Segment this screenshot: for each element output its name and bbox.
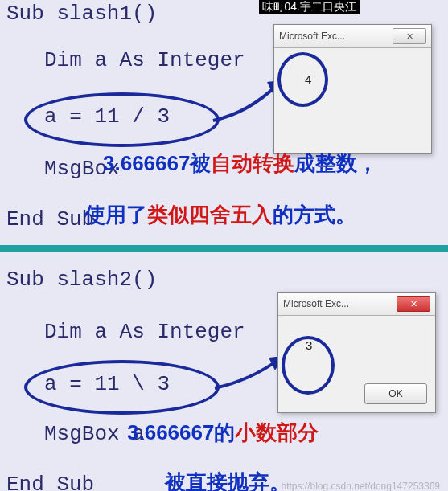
close-icon: ✕ bbox=[410, 299, 417, 309]
anno-text: 3.666667被 bbox=[103, 151, 211, 175]
dialog-titlebar: Microsoft Exc... ✕ bbox=[274, 25, 431, 48]
code-line-dim: Dim a As Integer bbox=[44, 48, 245, 72]
anno-text: 自动转换 bbox=[211, 151, 294, 175]
highlight-ellipse-expression bbox=[24, 360, 220, 415]
anno-text: 的方式。 bbox=[273, 203, 356, 227]
annotation-line2: 使用了类似四舍五入的方式。 bbox=[84, 201, 356, 229]
panel-slash2: Sub slash2() Dim a As Integer a = 11 \ 3… bbox=[0, 245, 448, 491]
close-button[interactable]: ✕ bbox=[397, 296, 430, 312]
anno-text: 成整数， bbox=[294, 151, 378, 175]
highlight-ellipse-expression bbox=[24, 92, 220, 147]
code-line-sub: Sub slash2() bbox=[6, 268, 157, 292]
ok-button-label: OK bbox=[388, 388, 402, 399]
close-button[interactable]: ✕ bbox=[393, 28, 426, 44]
close-icon: ✕ bbox=[406, 31, 413, 42]
code-line-dim: Dim a As Integer bbox=[44, 320, 245, 344]
anno-text: 小数部分 bbox=[235, 420, 319, 444]
ok-button[interactable]: OK bbox=[364, 383, 427, 404]
code-line-endsub: End Sub bbox=[6, 473, 94, 491]
anno-text: 使用了 bbox=[84, 203, 147, 227]
dialog-title: Microsoft Exc... bbox=[283, 298, 349, 309]
annotation-line1: 3.666667的小数部分 bbox=[127, 419, 319, 447]
dialog-titlebar: Microsoft Exc... ✕ bbox=[278, 293, 435, 316]
code-line-sub: Sub slash1() bbox=[6, 2, 157, 26]
anno-text: 类似四舍五入 bbox=[147, 203, 273, 227]
anno-text: 被直接抛弃。 bbox=[165, 470, 290, 491]
watermark: https://blog.csdn.net/dong147253369 bbox=[282, 481, 441, 491]
panel-slash1: 味町04.宇二口央江 Sub slash1() Dim a As Integer… bbox=[0, 0, 448, 245]
cropped-header-text: 味町04.宇二口央江 bbox=[259, 0, 360, 14]
annotation-line1: 3.666667被自动转换成整数， bbox=[103, 149, 378, 178]
highlight-ellipse-result bbox=[277, 52, 328, 107]
highlight-ellipse-result bbox=[282, 336, 335, 395]
code-line-endsub: End Sub bbox=[6, 207, 94, 231]
anno-text: 3.666667的 bbox=[127, 420, 235, 444]
annotation-line2: 被直接抛弃。 bbox=[165, 468, 290, 491]
dialog-title: Microsoft Exc... bbox=[279, 31, 345, 42]
